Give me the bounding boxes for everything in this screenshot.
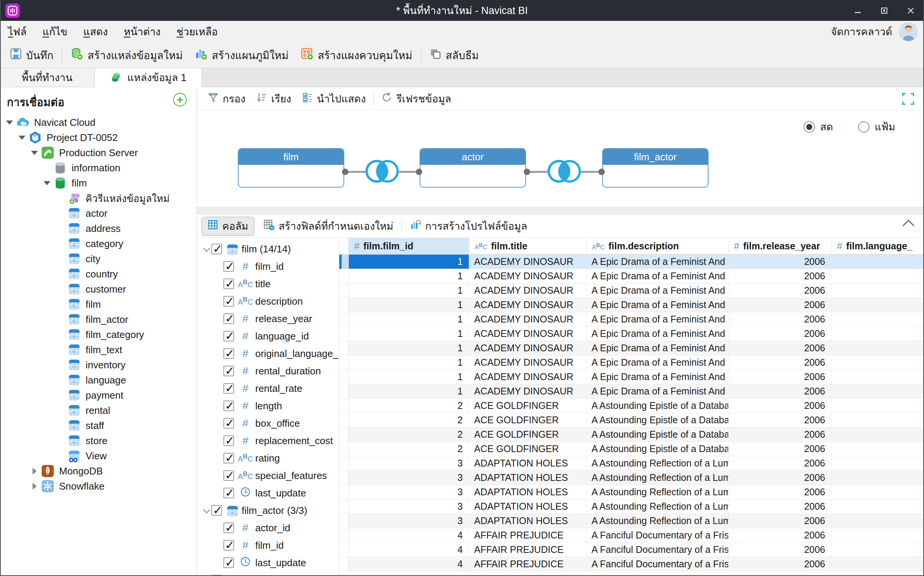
group-checkbox[interactable]: [211, 244, 222, 254]
row-selector-gutter[interactable]: [339, 528, 349, 542]
grid-cell[interactable]: 2: [349, 442, 469, 456]
tree-item-film_text[interactable]: film_text: [0, 342, 196, 357]
grid-cell[interactable]: [831, 370, 924, 384]
grid-cell[interactable]: 2006: [729, 398, 831, 413]
grid-cell[interactable]: ACADEMY DINOSAUR: [469, 312, 587, 326]
grid-row[interactable]: 1ACADEMY DINOSAURA Epic Drama of a Femin…: [339, 384, 924, 398]
field-checkbox[interactable]: [223, 557, 234, 568]
tree-item-category[interactable]: category: [0, 236, 196, 251]
grid-header-film-language_[interactable]: #film.language_: [831, 238, 924, 254]
field-checkbox[interactable]: [223, 314, 234, 324]
field-checkbox[interactable]: [223, 418, 234, 429]
row-selector-gutter[interactable]: [339, 283, 349, 298]
grid-cell[interactable]: ACE GOLDFINGER: [469, 442, 587, 456]
grid-cell[interactable]: 2006: [729, 254, 831, 269]
row-selector-gutter[interactable]: [339, 384, 349, 398]
grid-cell[interactable]: A Epic Drama of a Feminist And a: [587, 312, 729, 326]
grid-cell[interactable]: ADAPTATION HOLES: [469, 456, 587, 470]
field-item-actor_id[interactable]: #actor_id: [197, 519, 339, 537]
field-checkbox[interactable]: [223, 383, 234, 394]
grid-cell[interactable]: 2006: [729, 514, 831, 528]
row-selector-gutter[interactable]: [339, 355, 349, 370]
field-checkbox[interactable]: [223, 488, 234, 498]
grid-row[interactable]: 2ACE GOLDFINGERA Astounding Epistle of a…: [339, 398, 924, 413]
entity-actor[interactable]: actor: [420, 148, 526, 187]
grid-cell[interactable]: A Astounding Reflection of a Lum: [587, 514, 729, 528]
grid-cell[interactable]: A Epic Drama of a Feminist And a: [587, 341, 729, 355]
grid-row[interactable]: 3ADAPTATION HOLESA Astounding Reflection…: [339, 514, 924, 528]
grid-cell[interactable]: [831, 254, 924, 269]
manage-cloud-button[interactable]: จัดการคลาวด์: [831, 24, 892, 40]
tab-workspace[interactable]: พื้นที่ทำงาน: [0, 68, 95, 87]
tree-item-film[interactable]: film: [0, 176, 196, 190]
tree-item-language[interactable]: language: [0, 373, 196, 388]
new-chart-button[interactable]: สร้างแผนภูมิใหม่: [188, 45, 295, 66]
grid-cell[interactable]: [831, 470, 924, 485]
row-selector-gutter[interactable]: [339, 485, 349, 499]
grid-cell[interactable]: AFFAIR PREJUDICE: [469, 542, 587, 557]
grid-row[interactable]: 1ACADEMY DINOSAURA Epic Drama of a Femin…: [339, 341, 924, 355]
grid-cell[interactable]: 2006: [729, 499, 831, 514]
grid-cell[interactable]: ACADEMY DINOSAUR: [469, 298, 587, 312]
field-checkbox[interactable]: [223, 523, 234, 533]
row-selector-gutter[interactable]: [339, 312, 349, 326]
entity-film_actor[interactable]: film_actor: [602, 148, 709, 187]
grid-row[interactable]: 4AFFAIR PREJUDICEA Fanciful Documentary …: [339, 557, 924, 571]
grid-cell[interactable]: ACADEMY DINOSAUR: [469, 254, 587, 269]
grid-cell[interactable]: [831, 528, 924, 542]
grid-cell[interactable]: A Astounding Epistle of a Databas: [587, 398, 729, 413]
grid-cell[interactable]: [831, 298, 924, 312]
field-checkbox[interactable]: [223, 348, 234, 359]
entity-film[interactable]: film: [238, 148, 344, 187]
grid-row[interactable]: 1ACADEMY DINOSAURA Epic Drama of a Femin…: [339, 254, 924, 269]
chevron-down-icon[interactable]: [42, 181, 52, 185]
grid-cell[interactable]: 1: [349, 269, 469, 283]
join-icon[interactable]: [362, 157, 402, 187]
grid-cell[interactable]: A Epic Drama of a Feminist And a: [587, 370, 729, 384]
grid-cell[interactable]: ACADEMY DINOSAUR: [469, 283, 587, 298]
grid-cell[interactable]: 2: [349, 398, 469, 413]
grid-cell[interactable]: 2006: [729, 355, 831, 370]
tree-item-view[interactable]: View: [0, 448, 196, 464]
grid-cell[interactable]: AFFAIR PREJUDICE: [469, 557, 587, 571]
tree-item-film[interactable]: film: [0, 297, 196, 312]
mode-file-radio[interactable]: แฟ้ม: [858, 118, 895, 135]
refresh-data-button[interactable]: รีเฟรชข้อมูล: [376, 90, 457, 108]
grid-cell[interactable]: [831, 413, 924, 427]
tree-item-customer[interactable]: customer: [0, 282, 196, 297]
grid-cell[interactable]: 2006: [729, 341, 831, 355]
field-item-film_id[interactable]: #film_id: [197, 258, 339, 275]
grid-cell[interactable]: 1: [349, 370, 469, 384]
field-checkbox[interactable]: [223, 278, 234, 289]
new-data-source-button[interactable]: สร้างแหล่งข้อมูลใหม่: [64, 45, 188, 66]
grid-cell[interactable]: 2006: [729, 542, 831, 557]
field-item-replacement_cost[interactable]: #replacement_cost: [197, 432, 339, 450]
row-selector-gutter[interactable]: [339, 456, 349, 470]
field-group-film[interactable]: film (14/14): [197, 240, 339, 258]
menu-item-2[interactable]: แสดง: [75, 21, 116, 42]
grid-cell[interactable]: 3: [349, 456, 469, 470]
grid-row[interactable]: 3ADAPTATION HOLESA Astounding Reflection…: [339, 499, 924, 514]
tree-item-actor[interactable]: actor: [0, 206, 196, 221]
grid-row[interactable]: 1ACADEMY DINOSAURA Epic Drama of a Femin…: [339, 312, 924, 326]
grid-cell[interactable]: ACE GOLDFINGER: [469, 427, 587, 442]
mode-live-radio[interactable]: สด: [804, 118, 833, 135]
tree-item-address[interactable]: address: [0, 221, 196, 236]
tree-item-country[interactable]: country: [0, 266, 196, 282]
new-dashboard-button[interactable]: สร้างแผงควบคุมใหม่: [295, 45, 418, 66]
tree-item-inventory[interactable]: inventory: [0, 357, 196, 373]
field-item-title[interactable]: ABCtitle: [197, 275, 339, 293]
grid-cell[interactable]: 2006: [729, 470, 831, 485]
grid-cell[interactable]: ACADEMY DINOSAUR: [469, 326, 587, 341]
horizontal-splitter[interactable]: [197, 207, 924, 214]
grid-cell[interactable]: 1: [349, 326, 469, 341]
grid-header-film-film_id[interactable]: #film.film_id: [349, 238, 469, 254]
field-checkbox[interactable]: [223, 366, 234, 376]
grid-cell[interactable]: A Epic Drama of a Feminist And a: [587, 298, 729, 312]
chevron-down-icon[interactable]: [200, 508, 211, 513]
grid-cell[interactable]: ACE GOLDFINGER: [469, 413, 587, 427]
field-group-actor[interactable]: actor (3/3): [197, 571, 339, 576]
tree-item-rental[interactable]: rental: [0, 403, 196, 418]
field-checkbox[interactable]: [223, 331, 234, 341]
field-item-rental_rate[interactable]: #rental_rate: [197, 380, 339, 397]
